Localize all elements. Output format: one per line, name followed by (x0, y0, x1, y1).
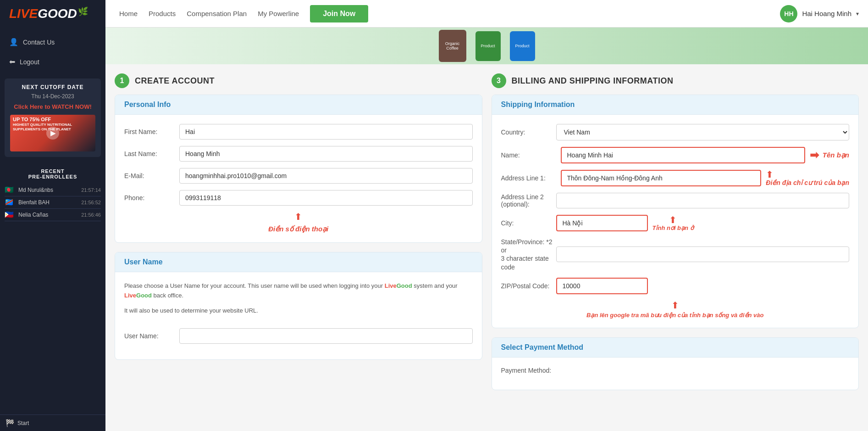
first-name-row: First Name: (124, 124, 473, 140)
nav-compensation[interactable]: Compensation Plan (187, 10, 247, 17)
address2-row: Address Line 2(optional): (501, 193, 850, 208)
nav-products[interactable]: Products (149, 10, 176, 17)
payment-card: Select Payment Method Payment Method: (492, 337, 859, 390)
enrollee-time-1: 21:57:14 (81, 187, 101, 193)
name-label: Name: (501, 151, 561, 159)
zip-input[interactable] (556, 278, 648, 294)
nav-powerline[interactable]: My Powerline (258, 10, 299, 17)
phone-input[interactable] (179, 190, 473, 206)
username-card: User Name Please choose a User Name for … (115, 252, 482, 360)
email-label: E-Mail: (124, 172, 179, 179)
name-input[interactable] (561, 147, 805, 163)
sidebar: 👤 Contact Us ⬅ Logout NEXT CUTOFF DATE T… (0, 28, 105, 431)
livegood-green-2: Good (136, 292, 152, 299)
payment-header: Select Payment Method (492, 338, 859, 358)
livegood-green-1: Good (397, 282, 412, 289)
phone-label: Phone: (124, 194, 179, 202)
recent-section: RECENTPRE-ENROLLEES 🇧🇩 Md Nurul&nbs 21:5… (0, 164, 105, 226)
name-arrow-icon: ➡ (810, 149, 819, 162)
nav-links: Home Products Compensation Plan My Power… (119, 5, 780, 22)
name-input-wrapper (561, 147, 805, 163)
user-dropdown-arrow[interactable]: ▾ (856, 11, 859, 17)
zip-arrow-up: ⬆ (501, 301, 850, 310)
last-name-row: Last Name: (124, 146, 473, 162)
create-account-title: CREATE ACCOUNT (135, 76, 215, 86)
tenbang-annotation: Tên bạn (823, 151, 849, 159)
address2-input[interactable] (556, 193, 850, 208)
username-input[interactable] (179, 328, 473, 344)
username-url-description: It will also be used to determine your w… (124, 306, 473, 316)
sidebar-contact-label: Contact Us (23, 39, 55, 46)
address1-label: Address Line 1: (501, 174, 561, 182)
product-image-2: Product (475, 31, 501, 61)
top-navigation: LIVEGOOD🌿 Home Products Compensation Pla… (0, 0, 868, 28)
last-name-input[interactable] (179, 146, 473, 162)
username-body: Please choose a User Name for your accou… (115, 272, 482, 359)
state-label: State/Province: *2 or3 character stateco… (501, 238, 556, 271)
country-select[interactable]: Viet Nam United States Philippines (556, 124, 850, 140)
shipping-info-card: Shipping Information Country: Viet Nam U… (492, 95, 859, 328)
logo[interactable]: LIVEGOOD🌿 (0, 0, 105, 28)
nav-home[interactable]: Home (119, 10, 138, 17)
flag-3: 🇵🇭 (5, 211, 15, 218)
city-row: City: ⬆ Tỉnh nơi bạn ở (501, 215, 850, 231)
city-input[interactable] (556, 215, 648, 231)
username-description: Please choose a User Name for your accou… (124, 281, 473, 301)
zip-section: ZIP/Postal Code: ⬆ Bạn lên google tra mã… (501, 278, 850, 319)
watch-button[interactable]: Click Here to WATCH NOW! (10, 103, 95, 111)
state-row: State/Province: *2 or3 character stateco… (501, 238, 850, 271)
personal-info-header: Personal Info (115, 95, 482, 115)
username-row: User Name: (124, 328, 473, 344)
product-banner: Organic Coffee Product Product (105, 28, 868, 64)
enrollee-time-2: 21:56:52 (81, 200, 101, 205)
first-name-input[interactable] (179, 124, 473, 140)
section-number-3: 3 (492, 73, 506, 88)
username-header: User Name (115, 252, 482, 272)
section-number-1: 1 (115, 73, 129, 88)
join-now-button[interactable]: Join Now (310, 5, 368, 22)
phone-annotation: Điền số điện thoại (124, 225, 473, 233)
last-name-label: Last Name: (124, 150, 179, 157)
main-content: Organic Coffee Product Product 1 CREATE … (105, 28, 868, 431)
user-area: HH Hai Hoang Minh ▾ (780, 5, 859, 22)
billing-header: 3 BILLING AND SHIPPING INFORMATION (492, 73, 859, 88)
personal-info-card: Personal Info First Name: Last Name: E-M… (115, 95, 482, 243)
sidebar-item-contact[interactable]: 👤 Contact Us (0, 32, 105, 52)
right-column: 3 BILLING AND SHIPPING INFORMATION Shipp… (492, 73, 859, 390)
address1-input[interactable] (561, 170, 762, 186)
product-image-1: Organic Coffee (439, 30, 466, 62)
zip-row: ZIP/Postal Code: (501, 278, 850, 294)
address1-row: Address Line 1: ⬆ Điền địa chỉ cư trú củ… (501, 170, 850, 186)
email-row: E-Mail: (124, 168, 473, 184)
product-image-3: Product (510, 31, 535, 61)
first-name-label: First Name: (124, 128, 179, 135)
content-area: 1 CREATE ACCOUNT Personal Info First Nam… (105, 64, 868, 399)
country-label: Country: (501, 129, 556, 136)
enrollee-item-3: 🇵🇭 Nelia Cañas 21:56:46 (5, 209, 101, 221)
billing-title: BILLING AND SHIPPING INFORMATION (512, 76, 674, 86)
create-account-header: 1 CREATE ACCOUNT (115, 73, 482, 88)
cutoff-section: NEXT CUTOFF DATE Thu 14-Dec-2023 Click H… (5, 78, 101, 157)
promo-image[interactable]: UP TO 75% OFF HIGHEST QUALITY NUTRITIONA… (10, 115, 95, 151)
payment-method-label: Payment Method: (501, 367, 556, 374)
address2-label: Address Line 2(optional): (501, 193, 556, 208)
enrollee-name-3: Nelia Cañas (18, 212, 77, 218)
form-column: 1 CREATE ACCOUNT Personal Info First Nam… (115, 73, 482, 390)
cutoff-title: NEXT CUTOFF DATE (10, 84, 95, 90)
user-avatar: HH (780, 5, 797, 22)
name-annotation-block: Tên bạn (823, 151, 849, 159)
name-row: Name: ➡ Tên bạn (501, 147, 850, 163)
state-input[interactable] (556, 246, 850, 262)
address-annotation-block: ⬆ Điền địa chỉ cư trú của bạn (766, 170, 849, 186)
city-label: City: (501, 219, 556, 227)
start-bar: 🏁 Start (0, 414, 105, 431)
address1-input-wrapper (561, 170, 762, 186)
email-input[interactable] (179, 168, 473, 184)
sidebar-item-logout[interactable]: ⬅ Logout (0, 52, 105, 72)
country-row: Country: Viet Nam United States Philippi… (501, 124, 850, 140)
recent-title: RECENTPRE-ENROLLEES (5, 168, 101, 179)
city-annotation-block: ⬆ Tỉnh nơi bạn ở (652, 215, 694, 231)
phone-arrow-up: ⬆ (124, 212, 473, 221)
name-annotation-col: ➡ Tên bạn (810, 149, 849, 162)
promo-discount: UP TO 75% OFF (13, 117, 72, 123)
